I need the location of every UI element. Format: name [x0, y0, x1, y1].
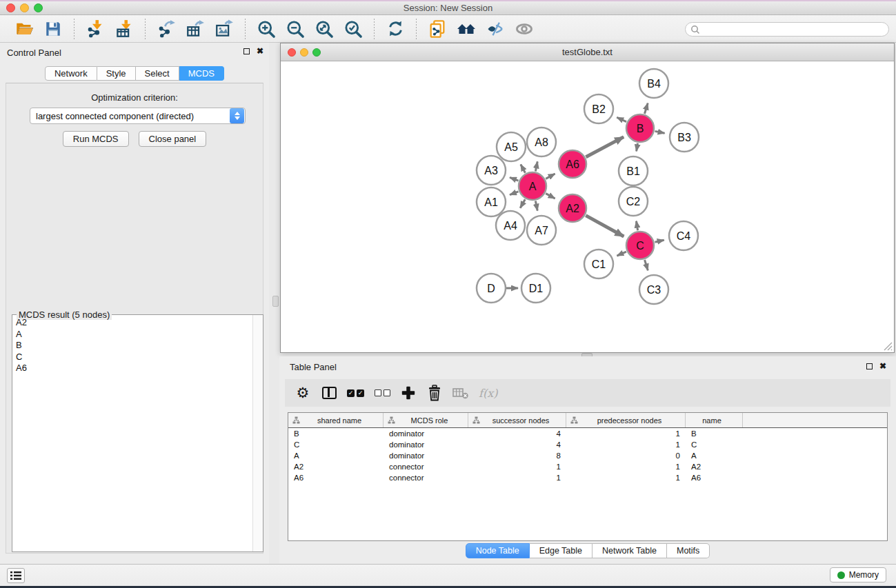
table-row-A[interactable]: Adominator80A	[288, 450, 887, 461]
tab-motifs[interactable]: Motifs	[667, 543, 710, 558]
close-panel-icon[interactable]: ✖	[257, 48, 263, 54]
column-header-successor-nodes[interactable]: successor nodes	[468, 413, 566, 427]
node-C4[interactable]: C4	[669, 221, 698, 250]
edge-C-C3[interactable]	[645, 260, 648, 270]
result-list-scrollbar[interactable]	[252, 315, 263, 551]
result-list-item[interactable]: C	[13, 352, 252, 363]
edge-A-A5[interactable]	[521, 164, 526, 172]
float-panel-icon[interactable]	[243, 48, 250, 54]
edge-A-A7[interactable]	[535, 201, 537, 211]
tab-edge-table[interactable]: Edge Table	[530, 543, 593, 558]
tab-network[interactable]: Network	[45, 66, 97, 81]
node-A[interactable]: A	[519, 172, 546, 200]
delete-table-button[interactable]	[452, 383, 469, 403]
show-hide-details-button[interactable]	[485, 18, 506, 40]
node-D[interactable]: D	[477, 274, 506, 303]
select-all-button[interactable]: ✓ ✓	[347, 383, 364, 403]
open-session-button[interactable]	[14, 18, 34, 40]
edge-A-A3[interactable]	[510, 177, 518, 181]
result-list-item[interactable]: A6	[13, 363, 252, 374]
edge-B-B4[interactable]	[644, 103, 648, 114]
vertical-splitter-handle[interactable]	[272, 296, 279, 307]
node-A7[interactable]: A7	[527, 216, 556, 245]
node-B3[interactable]: B3	[670, 123, 699, 152]
edge-A-A8[interactable]	[535, 161, 537, 171]
function-builder-button[interactable]: f(x)	[479, 383, 497, 403]
table-row-A6[interactable]: A6connector11A6	[288, 472, 887, 483]
tab-select[interactable]: Select	[136, 66, 179, 81]
node-C[interactable]: C	[626, 232, 654, 259]
edge-A-A4[interactable]	[520, 199, 525, 208]
import-network-button[interactable]	[85, 18, 106, 40]
table-settings-button[interactable]: ⚙	[295, 383, 311, 403]
node-A5[interactable]: A5	[497, 132, 526, 161]
tab-node-table[interactable]: Node Table	[466, 543, 530, 558]
column-header-MCDS-role[interactable]: MCDS role	[384, 413, 468, 427]
edge-B-B2[interactable]	[617, 117, 626, 121]
column-header-name[interactable]: name	[686, 413, 743, 427]
table-row-C[interactable]: Cdominator41C	[288, 439, 887, 450]
column-header-shared-name[interactable]: shared name	[288, 413, 384, 427]
birds-eye-view-button[interactable]	[514, 18, 535, 40]
deselect-all-button[interactable]	[374, 383, 390, 403]
node-A8[interactable]: A8	[527, 128, 556, 156]
node-B2[interactable]: B2	[584, 94, 613, 123]
table-row-B[interactable]: Bdominator41B	[288, 428, 887, 439]
node-A3[interactable]: A3	[477, 156, 506, 185]
tab-mcds[interactable]: MCDS	[179, 66, 224, 81]
node-B[interactable]: B	[626, 114, 654, 142]
result-list-item[interactable]: A	[13, 329, 252, 341]
close-table-panel-icon[interactable]: ✖	[879, 363, 886, 369]
edge-C-C2[interactable]	[636, 221, 637, 231]
run-mcds-button[interactable]: Run MCDS	[63, 131, 129, 147]
zoom-in-button[interactable]	[256, 18, 277, 40]
float-table-panel-icon[interactable]	[866, 363, 873, 369]
node-B4[interactable]: B4	[639, 69, 668, 98]
tab-style[interactable]: Style	[97, 66, 136, 81]
edge-A-A6[interactable]	[546, 174, 555, 179]
zoom-out-button[interactable]	[285, 18, 306, 40]
tab-network-table[interactable]: Network Table	[593, 543, 667, 558]
node-D1[interactable]: D1	[521, 274, 550, 303]
edge-C-C4[interactable]	[655, 240, 664, 242]
table-row-A2[interactable]: A2connector11A2	[288, 461, 887, 472]
node-A6[interactable]: A6	[559, 150, 586, 178]
task-history-button[interactable]	[7, 568, 25, 583]
close-panel-button[interactable]: Close panel	[139, 131, 207, 147]
edge-A-A1[interactable]	[510, 192, 518, 195]
add-column-button[interactable]	[400, 383, 417, 403]
edge-A2-C[interactable]	[586, 216, 624, 236]
new-network-from-selection-button[interactable]	[427, 18, 448, 40]
home-layout-button[interactable]	[456, 18, 477, 40]
resize-grip-icon[interactable]	[884, 342, 893, 351]
export-network-button[interactable]	[156, 18, 177, 40]
edge-C-C1[interactable]	[617, 252, 626, 256]
refresh-button[interactable]	[385, 18, 406, 40]
edge-A-A2[interactable]	[546, 194, 555, 199]
node-C1[interactable]: C1	[584, 250, 613, 278]
memory-button[interactable]: Memory	[830, 567, 886, 582]
export-table-button[interactable]	[185, 18, 206, 40]
show-columns-button[interactable]	[321, 383, 337, 403]
node-B1[interactable]: B1	[619, 156, 648, 185]
result-list-item[interactable]: A2	[13, 317, 252, 329]
node-A4[interactable]: A4	[496, 211, 525, 240]
column-header-predecessor-nodes[interactable]: predecessor nodes	[566, 413, 686, 427]
zoom-fit-button[interactable]	[314, 18, 335, 40]
edge-B-B3[interactable]	[655, 131, 665, 133]
zoom-selected-button[interactable]	[343, 18, 364, 40]
optimization-criterion-dropdown[interactable]: largest connected component (directed)	[30, 108, 246, 124]
import-table-button[interactable]	[114, 18, 135, 40]
export-image-button[interactable]	[214, 18, 235, 40]
result-list-item[interactable]: B	[13, 340, 252, 352]
delete-column-button[interactable]	[426, 383, 443, 403]
edge-B-B1[interactable]	[637, 143, 638, 152]
network-canvas[interactable]: B4B2BB3A8A5A6A3B1AC2A1A2A4A7C4CC1C3DD1	[281, 61, 894, 352]
search-input[interactable]	[685, 22, 889, 37]
edge-A6-B[interactable]	[586, 137, 624, 157]
node-A2[interactable]: A2	[559, 194, 586, 222]
node-C3[interactable]: C3	[639, 275, 668, 304]
node-A1[interactable]: A1	[477, 187, 506, 216]
node-C2[interactable]: C2	[619, 187, 648, 216]
save-session-button[interactable]	[43, 18, 63, 40]
